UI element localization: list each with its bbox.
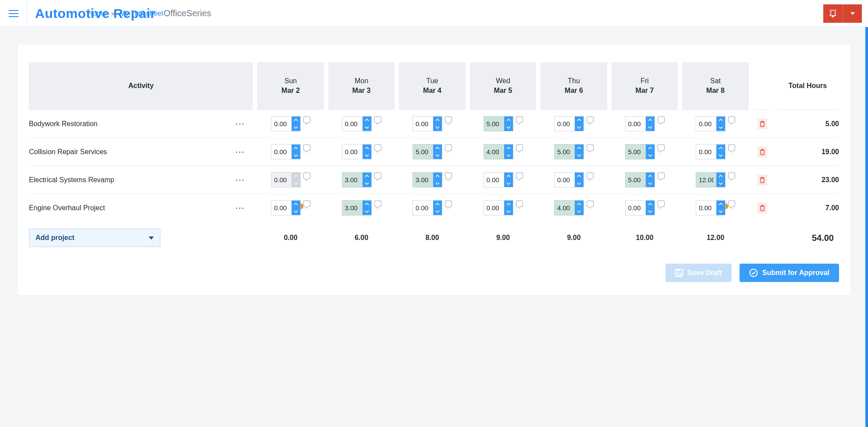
hours-spinner[interactable] — [625, 172, 655, 187]
comment-icon[interactable] — [728, 145, 735, 151]
breadcrumb-home-link[interactable]: Home — [88, 10, 107, 17]
hours-input[interactable] — [342, 201, 363, 215]
spinner-up-button[interactable] — [575, 116, 583, 124]
hours-spinner[interactable] — [484, 172, 513, 187]
spinner-down-button[interactable] — [504, 152, 513, 159]
hours-spinner[interactable] — [625, 144, 655, 159]
spinner-up-button[interactable] — [575, 173, 583, 180]
spinner-up-button[interactable] — [433, 173, 442, 180]
spinner-up-button[interactable] — [716, 116, 725, 124]
hours-spinner[interactable] — [342, 144, 372, 159]
hours-input[interactable] — [696, 116, 716, 131]
row-menu-button[interactable]: ⋯ — [235, 119, 245, 129]
hours-spinner[interactable] — [413, 172, 442, 187]
hours-input[interactable] — [555, 201, 575, 215]
hours-spinner[interactable] — [554, 116, 584, 131]
breadcrumb-current-link[interactable]: My Timesheet — [120, 10, 164, 17]
hours-spinner[interactable] — [342, 200, 372, 215]
hours-input[interactable] — [413, 201, 433, 215]
hamburger-menu-button[interactable] — [0, 0, 27, 27]
hours-input[interactable] — [626, 116, 646, 131]
spinner-down-button[interactable] — [363, 180, 371, 187]
hours-spinner[interactable] — [696, 172, 726, 187]
spinner-down-button[interactable] — [504, 208, 513, 215]
spinner-down-button[interactable] — [716, 208, 725, 215]
comment-icon[interactable] — [374, 201, 381, 207]
hours-input[interactable] — [626, 145, 646, 159]
comment-icon[interactable] — [587, 173, 594, 179]
spinner-down-button[interactable] — [646, 152, 655, 159]
comment-icon[interactable] — [658, 145, 665, 151]
hours-input[interactable] — [484, 116, 504, 131]
comment-icon[interactable] — [728, 201, 735, 207]
spinner-down-button[interactable] — [504, 180, 513, 187]
spinner-up-button[interactable] — [716, 201, 725, 208]
hours-spinner[interactable] — [271, 144, 301, 159]
comment-icon[interactable] — [445, 173, 452, 179]
spinner-up-button[interactable] — [646, 116, 655, 124]
hours-spinner[interactable] — [625, 200, 655, 215]
spinner-up-button[interactable] — [363, 145, 371, 152]
spinner-up-button[interactable] — [433, 201, 442, 208]
comment-icon[interactable] — [445, 201, 452, 207]
spinner-up-button[interactable] — [292, 145, 300, 152]
spinner-down-button[interactable] — [433, 180, 442, 187]
comment-icon[interactable] — [516, 201, 523, 207]
comment-icon[interactable] — [374, 173, 381, 179]
spinner-up-button[interactable] — [363, 173, 371, 180]
hours-spinner[interactable] — [484, 200, 513, 215]
hours-input[interactable] — [271, 116, 292, 131]
spinner-up-button[interactable] — [504, 116, 513, 124]
comment-icon[interactable] — [587, 201, 594, 207]
comment-icon[interactable] — [374, 145, 381, 151]
notifications-button[interactable] — [823, 4, 843, 23]
hours-spinner[interactable] — [271, 200, 301, 215]
hours-input[interactable] — [484, 201, 504, 215]
hours-spinner[interactable] — [342, 172, 372, 187]
spinner-down-button[interactable] — [504, 124, 513, 131]
spinner-down-button[interactable] — [292, 180, 300, 187]
spinner-down-button[interactable] — [292, 208, 300, 215]
spinner-down-button[interactable] — [575, 208, 583, 215]
spinner-down-button[interactable] — [363, 124, 371, 131]
hours-input[interactable] — [696, 173, 716, 187]
submit-approval-button[interactable]: Submit for Approval — [740, 264, 839, 282]
hours-spinner[interactable] — [554, 172, 584, 187]
spinner-up-button[interactable] — [504, 201, 513, 208]
comment-icon[interactable] — [516, 116, 523, 123]
comment-icon[interactable] — [587, 116, 594, 123]
comment-icon[interactable] — [728, 116, 735, 123]
hours-spinner[interactable] — [271, 116, 301, 131]
delete-row-button[interactable] — [758, 203, 767, 213]
hours-spinner[interactable] — [342, 116, 372, 131]
spinner-up-button[interactable] — [575, 145, 583, 152]
comment-icon[interactable] — [728, 173, 735, 179]
comment-icon[interactable] — [587, 145, 594, 151]
hours-input[interactable] — [696, 201, 716, 215]
hours-input[interactable] — [413, 116, 433, 131]
add-project-dropdown[interactable]: Add project — [29, 229, 160, 247]
comment-icon[interactable] — [445, 116, 452, 123]
hours-spinner[interactable] — [271, 172, 301, 187]
row-menu-button[interactable]: ⋯ — [235, 147, 245, 157]
comment-icon[interactable] — [374, 116, 381, 123]
spinner-up-button[interactable] — [716, 173, 725, 180]
hours-spinner[interactable] — [484, 116, 513, 131]
row-menu-button[interactable]: ⋯ — [235, 203, 245, 213]
hours-input[interactable] — [555, 145, 575, 159]
hours-input[interactable] — [484, 173, 504, 187]
hours-input[interactable] — [696, 145, 716, 159]
spinner-down-button[interactable] — [575, 152, 583, 159]
spinner-up-button[interactable] — [646, 201, 655, 208]
hours-input[interactable] — [271, 145, 292, 159]
hours-spinner[interactable] — [413, 200, 442, 215]
hours-input[interactable] — [342, 145, 363, 159]
comment-icon[interactable] — [303, 173, 310, 179]
hours-spinner[interactable] — [413, 116, 442, 131]
spinner-down-button[interactable] — [646, 180, 655, 187]
spinner-down-button[interactable] — [292, 152, 300, 159]
save-draft-button[interactable]: Save Draft — [665, 264, 732, 282]
spinner-up-button[interactable] — [292, 173, 300, 180]
comment-icon[interactable] — [658, 116, 665, 123]
row-menu-button[interactable]: ⋯ — [235, 175, 245, 185]
